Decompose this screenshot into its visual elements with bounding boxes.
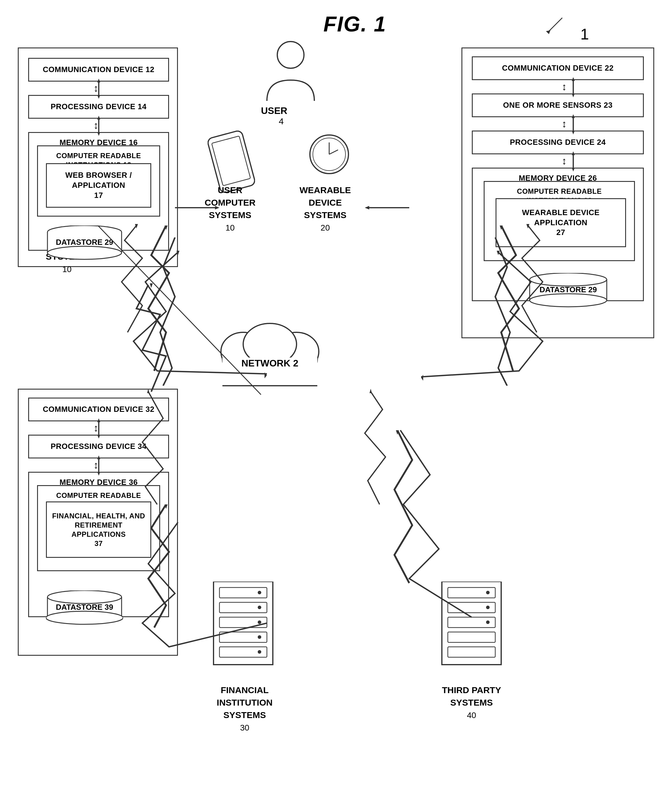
svg-point-39 — [258, 605, 261, 609]
ucs-comm-box: COMMUNICATION DEVICE 12 — [28, 58, 169, 82]
svg-marker-59 — [421, 375, 423, 381]
bolt-net-tp — [388, 430, 418, 585]
wds-sensors-box: ONE OR MORE SENSORS 23 — [472, 93, 644, 117]
ucs-arrow-1: ↕ — [93, 82, 99, 94]
svg-point-41 — [258, 635, 261, 639]
svg-point-49 — [486, 591, 490, 594]
fis-server-label: FINANCIALINSTITUTIONSYSTEMS30 — [199, 684, 290, 734]
svg-text:DATASTORE 39: DATASTORE 39 — [56, 603, 113, 612]
svg-rect-48 — [448, 647, 495, 657]
wds-proc-box: PROCESSING DEVICE 24 — [472, 130, 644, 154]
svg-marker-55 — [369, 389, 372, 393]
user-label: USER — [261, 105, 287, 116]
svg-point-51 — [486, 621, 490, 624]
ucs-arrow-2: ↕ — [93, 119, 99, 131]
user-number: 4 — [279, 116, 284, 126]
svg-point-50 — [486, 605, 490, 609]
third-party-server-icon — [433, 582, 510, 682]
fis-datastore: DATASTORE 39 — [46, 591, 123, 629]
wds-arrow-1: ↕ — [562, 81, 567, 93]
ref-number: 1 — [580, 25, 589, 43]
wds-arrow-2: ↕ — [562, 118, 567, 130]
diagram: FIG. 1 1 USER COMPUTER SYSTEMS 10 COMMUN… — [0, 0, 672, 786]
svg-rect-47 — [448, 632, 495, 642]
watch-icon — [305, 130, 353, 178]
ucs-app-box: WEB BROWSER / APPLICATION 17 — [46, 163, 151, 208]
network-to-thirdparty-zigzag — [356, 389, 492, 508]
wds-arrow-3: ↕ — [562, 155, 567, 167]
wds-to-network-zigzag — [415, 223, 552, 341]
svg-point-13 — [47, 591, 122, 604]
bolt-ucs-net — [145, 225, 175, 374]
wds-outer-arrow — [362, 193, 421, 223]
wds-comm-box: COMMUNICATION DEVICE 22 — [472, 57, 644, 80]
svg-point-42 — [258, 650, 261, 654]
svg-marker-88 — [365, 206, 369, 209]
fis-app-box: FINANCIAL, HEALTH, AND RETIREMENT APPLIC… — [46, 501, 151, 558]
svg-marker-86 — [215, 206, 220, 209]
user-icon — [258, 39, 323, 104]
ucs-proc-box: PROCESSING DEVICE 14 — [28, 95, 169, 119]
svg-point-16 — [46, 611, 123, 624]
fis-arrow-2: ↕ — [93, 459, 99, 471]
bolt-wds-net — [492, 225, 522, 374]
svg-point-38 — [258, 591, 261, 594]
phone-icon — [207, 130, 255, 193]
financial-server-icon — [205, 582, 282, 682]
svg-point-18 — [277, 42, 304, 68]
bolt-fis-net — [145, 505, 175, 629]
third-party-label: THIRD PARTYSYSTEMS40 — [421, 684, 522, 721]
fis-arrow-1: ↕ — [93, 422, 99, 434]
ref-arrow — [539, 15, 574, 39]
svg-point-40 — [258, 621, 261, 624]
conn-ucs-network — [83, 225, 290, 409]
wds-system-label: WEARABLEDEVICESYSTEMS20 — [300, 184, 351, 234]
ucs-outer-arrow — [169, 193, 222, 223]
svg-marker-1 — [546, 30, 550, 34]
figure-title: FIG. 1 — [323, 12, 386, 36]
